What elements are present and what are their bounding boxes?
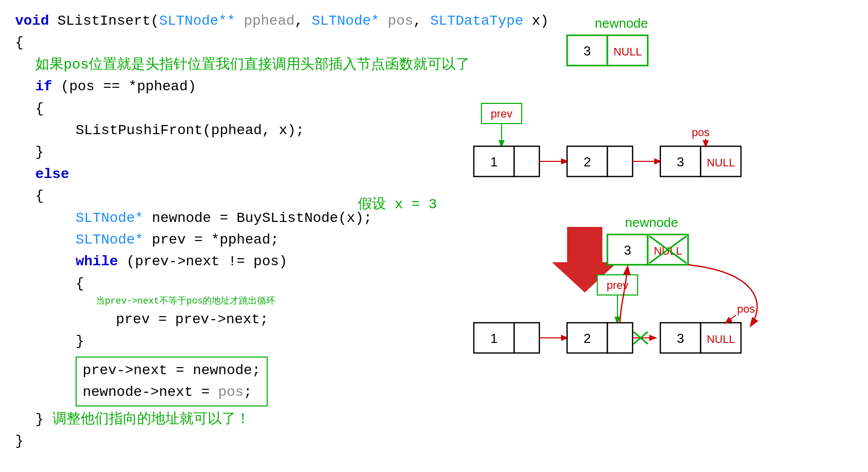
if-condition: (pos == *pphead): [60, 79, 196, 94]
pos-label-bottom: pos: [737, 303, 755, 315]
sltnode-type-1: SLTNode*: [76, 210, 143, 226]
pos-label-top: pos: [692, 126, 709, 139]
while-condition: (prev->next != pos): [127, 254, 287, 269]
node1-val-top: 1: [490, 154, 498, 169]
else-keyword: else: [35, 166, 69, 182]
sltnode-type-2: SLTNode*: [76, 232, 143, 248]
node3b-val: 3: [677, 331, 684, 346]
node1b-val: 1: [490, 331, 498, 346]
if-keyword: if: [35, 79, 52, 94]
comma1: ,: [295, 13, 312, 29]
main-container: void SListInsert(SLTNode** pphead, SLTNo…: [15, 10, 853, 464]
pushifront-call: SListPushiFront(pphead, x);: [76, 123, 304, 138]
diagram-svg: newnode 3 NULL prev 1 2: [328, 10, 868, 454]
prev-label-top: prev: [491, 107, 513, 120]
comment-text-4: 调整他们指向的地址就可以了！: [52, 411, 250, 427]
node3-val-top: 3: [677, 154, 684, 169]
node2-cell2-top: [607, 146, 633, 176]
node2-val-top: 2: [584, 154, 591, 169]
prev-decl: prev = *pphead;: [152, 232, 279, 248]
newnode-b-null: NULL: [654, 245, 682, 257]
newnode-b-val: 3: [624, 243, 631, 258]
newnode-to-pos-arrow: [688, 265, 757, 325]
highlight-box: prev->next = newnode; newnode->next = po…: [76, 357, 268, 406]
node1b-cell2: [514, 323, 539, 353]
pos-ref: pos: [218, 384, 243, 400]
newnode-label-top: newnode: [595, 16, 648, 31]
func-name: SListInsert(: [57, 13, 159, 29]
node2b-val: 2: [584, 331, 591, 346]
node1-cell2-top: [514, 146, 539, 176]
line-prev-newnode: prev->next = newnode;: [83, 360, 261, 381]
while-keyword: while: [76, 254, 118, 269]
line-newnode-pos: newnode->next = pos;: [83, 381, 261, 403]
comment-text-2: 当prev->next不等于pos的地址才跳出循环: [96, 296, 275, 306]
node3-null-top: NULL: [707, 156, 735, 169]
newnode-val-top: 3: [584, 43, 591, 58]
node3b-null: NULL: [707, 333, 735, 345]
node2b-cell2: [607, 323, 633, 353]
void-keyword: void: [15, 13, 49, 29]
close-brace-else: }: [35, 411, 52, 427]
pos-arrow-bottom: [726, 315, 736, 323]
newnode-null-top: NULL: [613, 45, 642, 58]
inline-comment: 假设 x = 3: [358, 194, 437, 213]
diagram: newnode 3 NULL prev 1 2: [328, 10, 868, 458]
prev-assign: prev = prev->next;: [116, 312, 268, 327]
newnode-label-bottom: newnode: [625, 215, 678, 230]
param-pphead: pphead: [235, 13, 295, 29]
type-sltnode-pp: SLTNode**: [159, 13, 235, 29]
